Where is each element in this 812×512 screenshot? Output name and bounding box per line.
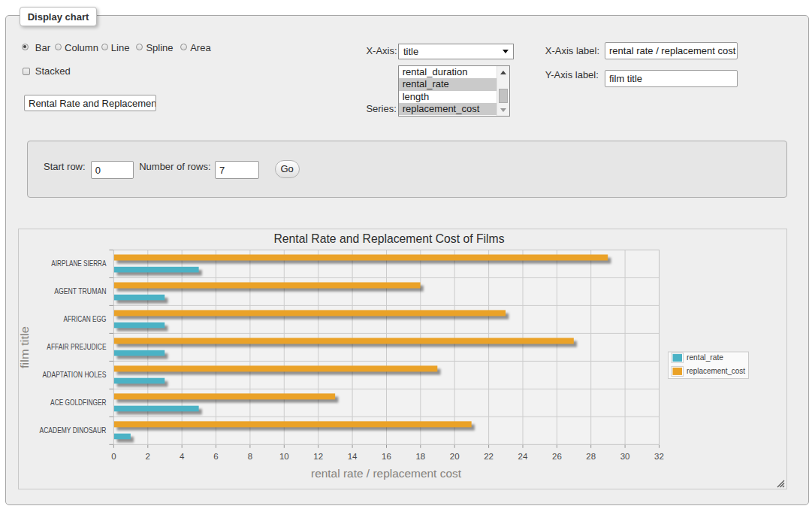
svg-text:4: 4 [180, 452, 185, 461]
svg-text:10: 10 [279, 452, 289, 461]
svg-text:AFFAIR PREJUDICE: AFFAIR PREJUDICE [47, 343, 106, 351]
svg-text:replacement_cost: replacement_cost [687, 366, 745, 375]
svg-text:26: 26 [552, 452, 562, 461]
svg-text:32: 32 [654, 452, 664, 461]
svg-text:8: 8 [248, 452, 252, 461]
svg-text:18: 18 [415, 452, 425, 461]
svg-text:6: 6 [213, 452, 218, 461]
svg-text:14: 14 [348, 452, 358, 461]
svg-text:Rental Rate and Replacement Co: Rental Rate and Replacement Cost of Film… [274, 232, 505, 246]
svg-text:12: 12 [313, 452, 323, 461]
svg-text:16: 16 [382, 452, 391, 461]
svg-text:22: 22 [484, 452, 494, 461]
svg-text:rental_rate: rental_rate [687, 353, 723, 362]
svg-text:20: 20 [450, 452, 460, 461]
svg-text:ACADEMY DINOSAUR: ACADEMY DINOSAUR [40, 426, 107, 435]
svg-text:AGENT TRUMAN: AGENT TRUMAN [54, 287, 106, 295]
svg-text:film title: film title [19, 326, 31, 368]
svg-text:28: 28 [586, 452, 596, 461]
svg-text:30: 30 [620, 452, 630, 461]
svg-text:rental rate / replacement cost: rental rate / replacement cost [311, 468, 461, 480]
svg-text:24: 24 [518, 452, 528, 461]
svg-text:ACE GOLDFINGER: ACE GOLDFINGER [50, 398, 106, 407]
svg-text:2: 2 [146, 452, 150, 461]
svg-text:0: 0 [111, 452, 116, 461]
svg-text:AIRPLANE SIERRA: AIRPLANE SIERRA [51, 259, 106, 268]
svg-text:AFRICAN EGG: AFRICAN EGG [64, 315, 107, 323]
svg-text:ADAPTATION HOLES: ADAPTATION HOLES [43, 371, 107, 379]
